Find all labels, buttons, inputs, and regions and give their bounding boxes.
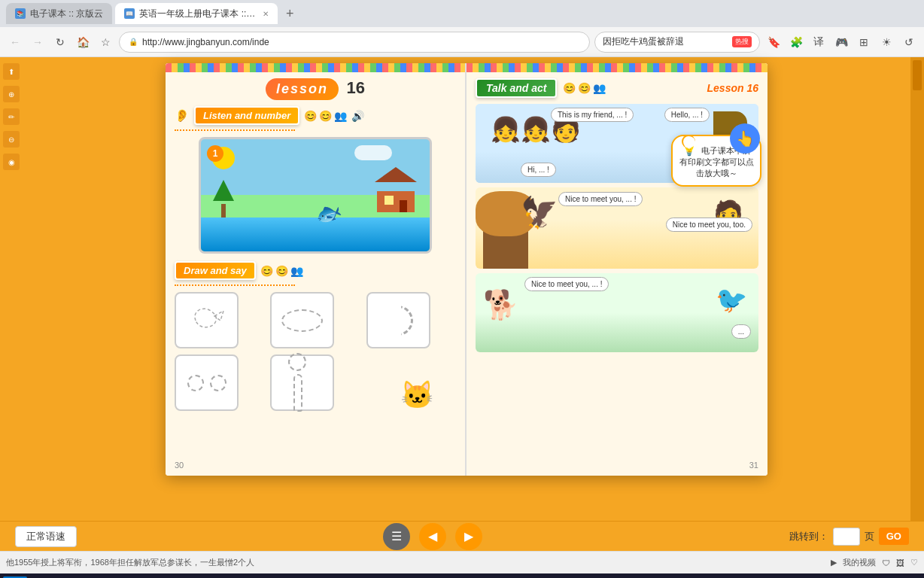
search-text: 因拒吃牛鸡蛋被辞退 <box>603 35 729 48</box>
grid-button[interactable]: ⊞ <box>855 33 873 51</box>
bubble-1[interactable]: This is my friend, ... ! <box>551 108 634 122</box>
brightness-button[interactable]: ☀ <box>877 33 895 51</box>
image-number-badge: 1 <box>207 145 223 162</box>
forward-button[interactable]: → <box>29 33 47 51</box>
lesson-title-left: lesson 16 <box>175 78 456 100</box>
eyes-shape <box>187 375 226 391</box>
eye-right <box>210 375 226 391</box>
bookmark-button[interactable]: ☆ <box>96 33 114 51</box>
page-number-left: 30 <box>175 461 184 470</box>
sidebar-btn-3[interactable]: ✏ <box>3 108 20 125</box>
speed-button[interactable]: 正常语速 <box>15 526 77 547</box>
house-body <box>377 191 415 212</box>
dotted-underline-1 <box>175 129 295 131</box>
bubble-text-5: Nice to meet you, too. <box>666 218 752 232</box>
tree-element <box>216 187 231 218</box>
tab-2[interactable]: 📖 英语一年级上册电子课本 ::… ✕ <box>115 3 278 24</box>
spoon-handle <box>293 374 302 412</box>
sidebar-btn-2[interactable]: ⊕ <box>3 86 20 102</box>
talk-title[interactable]: Talk and act <box>476 78 557 98</box>
bubble-2[interactable]: Hello, ... ! <box>664 108 710 122</box>
section1-header: 👂 Listen and number 😊 😊 👥 🔊 <box>175 106 456 125</box>
section1-title[interactable]: Listen and number <box>194 106 299 125</box>
prev-icon: ◀ <box>428 529 437 543</box>
section2-header: Draw and say 😊 😊 👥 <box>175 261 456 280</box>
bubble-4-container[interactable]: Nice to meet you, ... ! <box>558 192 643 206</box>
dotted-underline-2 <box>175 284 295 286</box>
news-ticker: 他1955年授上将军衔，1968年担任解放军总参谋长，一生最憎2个人 <box>6 557 254 568</box>
draw-cell-6[interactable]: 🐱 <box>366 354 430 411</box>
sidebar-btn-4[interactable]: ⊖ <box>3 131 20 148</box>
bubble-text-3: Hi, ... ! <box>521 163 556 177</box>
house-element <box>377 182 415 212</box>
section2-title[interactable]: Draw and say <box>175 261 256 280</box>
bubble-text-7: ... <box>731 324 751 339</box>
talk-section-header: Talk and act 😊 😊 👥 <box>476 78 606 98</box>
settings-button[interactable]: ↺ <box>900 33 918 51</box>
big-bird-char: 🦅 <box>521 195 558 230</box>
tab2-label: 英语一年级上册电子课本 ::… <box>139 8 255 20</box>
go-button[interactable]: GO <box>879 528 909 545</box>
hot-badge: 热搜 <box>732 36 752 47</box>
page-right: Talk and act 😊 😊 👥 Lesson 16 <box>467 63 767 476</box>
speaker-icon[interactable]: 🔊 <box>351 110 364 122</box>
menu-button[interactable]: ☰ <box>383 523 410 550</box>
draw-cell-4[interactable] <box>175 354 239 411</box>
shield-icon: 🛡 <box>882 558 890 567</box>
smile-emoji-r3: 👥 <box>593 82 606 94</box>
bubble-3[interactable]: Hi, ... ! <box>521 163 556 177</box>
tab-1[interactable]: 📚 电子课本 :: 京版云 <box>6 3 112 24</box>
tab1-icon: 📚 <box>15 8 26 19</box>
sidebar-btn-5[interactable]: ◉ <box>3 154 20 170</box>
cloud-element <box>354 145 392 160</box>
next-icon: ▶ <box>464 529 473 543</box>
browser-toolbar: ← → ↻ 🏠 ☆ 🔒 http://www.jingbanyun.com/in… <box>0 27 924 57</box>
emoji-row-right: 😊 😊 👥 <box>563 82 606 94</box>
heart-icon: ♡ <box>910 558 918 567</box>
page-number-right: 31 <box>749 461 758 470</box>
refresh-button[interactable]: ↻ <box>51 33 69 51</box>
draw-cell-5[interactable] <box>270 354 334 411</box>
play-icon: ▶ <box>831 558 837 567</box>
spoon-shape <box>293 364 312 403</box>
draw-shape-fish <box>184 300 229 341</box>
hand-cursor-icon[interactable]: 👆 <box>730 123 760 154</box>
jump-label: 跳转到： <box>789 530 828 543</box>
tab2-close-icon[interactable]: ✕ <box>263 10 269 18</box>
center-controls: ☰ ◀ ▶ <box>383 523 482 550</box>
taskbar: ⊞ 📺 Ai 📖 英语一年级上册电子... 🎥 ApowerREC ⏸ 00:0… <box>0 573 924 578</box>
draw-grid: 🐱 <box>175 292 456 411</box>
house-window <box>384 196 394 205</box>
smile-emoji-1: 😊 <box>304 110 317 122</box>
extensions-button[interactable]: 🧩 <box>787 33 805 51</box>
smile-emoji-6: 👥 <box>290 265 303 277</box>
tree-trunk <box>221 204 226 218</box>
gamepad-button[interactable]: 🎮 <box>832 33 850 51</box>
bottom-toolbar: 正常语速 ☰ ◀ ▶ 跳转到： 页 GO <box>0 521 924 551</box>
comic-scene-2[interactable]: 🦅 🧑 Nice to meet you, ... ! Nice to meet… <box>476 187 758 269</box>
new-tab-button[interactable]: + <box>281 5 299 23</box>
listen-image[interactable]: 🐟 1 <box>199 137 432 254</box>
bookmark-manager-button[interactable]: 🔖 <box>764 33 783 51</box>
draw-cell-1[interactable] <box>175 292 239 348</box>
sidebar-btn-1[interactable]: ⬆ <box>3 63 20 80</box>
back-button[interactable]: ← <box>6 33 24 51</box>
bubble-6-container[interactable]: Nice to meet you, ... ! <box>524 277 609 291</box>
draw-cell-3[interactable] <box>366 292 430 348</box>
home-button[interactable]: 🏠 <box>74 33 92 51</box>
search-bar[interactable]: 因拒吃牛鸡蛋被辞退 热搜 <box>594 32 760 53</box>
book-spread: lesson 16 👂 Listen and number 😊 😊 👥 🔊 <box>166 63 767 476</box>
smile-emoji-r1: 😊 <box>563 82 576 94</box>
bubble-7-container[interactable]: ... <box>731 324 751 339</box>
next-button[interactable]: ▶ <box>455 523 482 550</box>
comic-scene-3[interactable]: 🐕 🐦 Nice to meet you, ... ! ... <box>476 273 758 352</box>
bubble-5-container[interactable]: Nice to meet you, too. <box>666 218 752 232</box>
translate-button[interactable]: 译 <box>810 33 828 51</box>
address-bar[interactable]: 🔒 http://www.jingbanyun.com/inde <box>119 32 590 53</box>
draw-cell-2[interactable] <box>270 292 334 348</box>
right-sidebar-handle[interactable] <box>913 60 922 90</box>
prev-button[interactable]: ◀ <box>419 523 446 550</box>
page-input-field[interactable] <box>833 528 860 546</box>
smile-emoji-3: 👥 <box>334 110 347 122</box>
emoji-row-1: 😊 😊 👥 <box>304 110 347 122</box>
